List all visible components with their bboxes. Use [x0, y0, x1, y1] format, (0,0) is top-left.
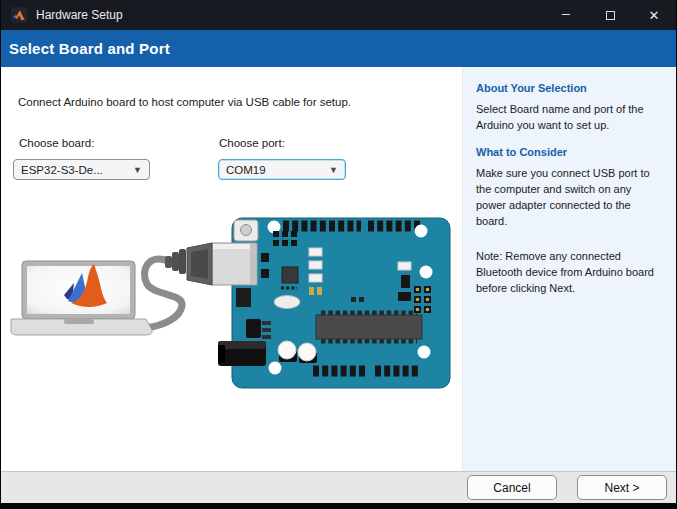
about-selection-heading: About Your Selection [476, 82, 664, 94]
maximize-button[interactable] [588, 0, 632, 30]
maximize-icon [606, 11, 615, 20]
instruction-text: Connect Arduino board to host computer v… [18, 96, 351, 108]
choose-port-label: Choose port: [219, 137, 285, 149]
board-dropdown[interactable]: ESP32-S3-De... ▼ [13, 159, 150, 180]
what-to-consider-text: Make sure you connect USB port to the co… [476, 165, 664, 229]
footer-bar: Cancel Next > [1, 471, 676, 503]
step-banner: Select Board and Port [1, 30, 676, 67]
board-dropdown-value: ESP32-S3-De... [21, 164, 103, 176]
setup-illustration [1, 205, 453, 400]
close-button[interactable]: ✕ [632, 0, 676, 30]
minimize-icon: – [562, 5, 570, 21]
note-text: Note: Remove any connected Bluetooth dev… [476, 248, 664, 296]
usb-connector [165, 243, 257, 285]
port-dropdown-value: COM19 [226, 164, 266, 176]
about-selection-text: Select Board name and port of the Arduin… [476, 101, 664, 133]
microcontroller-chip [316, 313, 422, 341]
close-icon: ✕ [649, 8, 660, 23]
chevron-down-icon: ▼ [133, 165, 142, 175]
hardware-setup-window: Hardware Setup – ✕ Select Board and Port… [0, 0, 677, 509]
main-panel: Connect Arduino board to host computer v… [1, 67, 462, 471]
choose-board-label: Choose board: [19, 137, 94, 149]
power-jack [218, 341, 266, 366]
next-button[interactable]: Next > [577, 475, 667, 500]
page-title: Select Board and Port [1, 40, 170, 57]
minimize-button[interactable]: – [544, 0, 588, 30]
chevron-down-icon: ▼ [329, 165, 338, 175]
help-sidebar: About Your Selection Select Board name a… [462, 67, 676, 471]
what-to-consider-heading: What to Consider [476, 146, 664, 158]
laptop [11, 261, 152, 335]
port-dropdown[interactable]: COM19 ▼ [218, 159, 346, 180]
titlebar[interactable]: Hardware Setup – ✕ [1, 0, 676, 30]
window-title: Hardware Setup [36, 8, 544, 22]
cancel-button[interactable]: Cancel [467, 475, 557, 500]
matlab-logo-icon [11, 7, 27, 23]
